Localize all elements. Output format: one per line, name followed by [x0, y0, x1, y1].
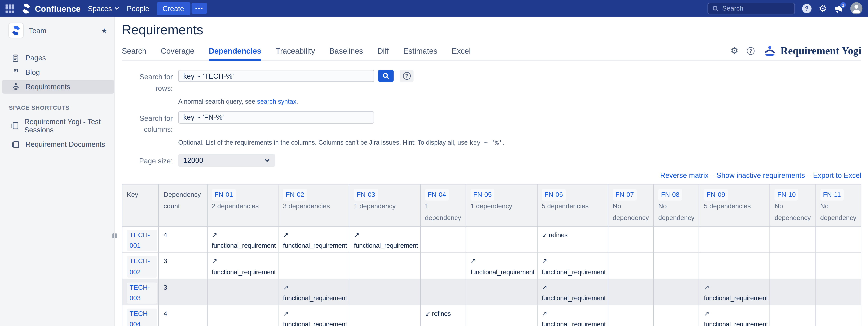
matrix-settings-gear-icon[interactable]: ⚙: [731, 47, 739, 55]
question-icon: ?: [403, 72, 411, 80]
sidebar-item-label: Blog: [26, 68, 40, 77]
tab-search[interactable]: Search: [122, 47, 146, 60]
requirement-link-fn-09[interactable]: FN-09: [704, 189, 728, 201]
sidebar-item-blog[interactable]: ”Blog: [2, 65, 114, 79]
tab-estimates[interactable]: Estimates: [403, 47, 437, 60]
row-key-cell: TECH-004: [122, 305, 159, 326]
fn-column-header-fn-09: FN-095 dependencies: [699, 184, 770, 227]
matrix-cell: ↗ functional_requirement: [537, 253, 608, 279]
global-search-box[interactable]: [707, 3, 795, 14]
global-search-input[interactable]: [722, 4, 783, 12]
matrix-cell: [654, 226, 699, 253]
matrix-cell: [608, 226, 654, 253]
requirement-link-fn-05[interactable]: FN-05: [470, 189, 494, 201]
row-key-cell: TECH-001: [122, 226, 159, 253]
settings-gear-icon[interactable]: ⚙: [819, 3, 827, 13]
fn-column-header-fn-03: FN-031 dependency: [349, 184, 420, 227]
column-dependency-count: 1 dependency: [425, 201, 461, 224]
table-row-tech-002: TECH-0023↗ functional_requirement↗ funct…: [122, 253, 861, 279]
tab-excel[interactable]: Excel: [452, 47, 471, 60]
matrix-cell: [770, 279, 815, 305]
fn-column-header-fn-07: FN-07No dependency: [608, 184, 654, 227]
matrix-cell: ↗ functional_requirement: [699, 279, 770, 305]
confluence-mark-icon: [21, 3, 32, 14]
requirement-link-fn-11[interactable]: FN-11: [820, 189, 844, 201]
confluence-logo[interactable]: Confluence: [21, 3, 81, 14]
requirement-link-fn-08[interactable]: FN-08: [658, 189, 682, 201]
people-menu[interactable]: People: [127, 4, 149, 12]
requirement-link-fn-10[interactable]: FN-10: [775, 189, 799, 201]
shortcut-icon: [11, 122, 19, 129]
tabs-bar: SearchCoverageDependenciesTraceabilityBa…: [122, 45, 861, 61]
matrix-help-icon[interactable]: ?: [747, 47, 754, 55]
requirement-link-tech-003[interactable]: TECH-003: [127, 283, 157, 304]
help-icon[interactable]: ?: [802, 3, 811, 13]
requirement-yogi-logo[interactable]: Requirement Yogi: [763, 45, 861, 57]
app-switcher-icon[interactable]: [5, 4, 14, 12]
shortcut-item-requirement-yogi-test-sessions[interactable]: Requirement Yogi - Test Sessions: [2, 115, 114, 137]
announcements-megaphone-icon[interactable]: 1: [834, 4, 843, 13]
create-button[interactable]: Create: [156, 2, 190, 14]
requirements-icon: [11, 83, 20, 91]
matrix-cell: [349, 253, 420, 279]
search-rows-input[interactable]: [178, 70, 374, 82]
sidebar-resize-handle[interactable]: [112, 233, 117, 238]
matrix-cell: [815, 253, 861, 279]
requirement-link-tech-001[interactable]: TECH-001: [127, 230, 157, 251]
column-dependency-count: 5 dependencies: [704, 201, 765, 212]
tab-diff[interactable]: Diff: [377, 47, 389, 60]
requirement-link-fn-03[interactable]: FN-03: [354, 189, 378, 201]
export-to-excel-link[interactable]: Export to Excel: [813, 171, 861, 180]
requirement-link-fn-04[interactable]: FN-04: [425, 189, 449, 201]
favourite-star-icon[interactable]: ★: [101, 26, 107, 35]
row-dependency-count-cell: 3: [159, 279, 207, 305]
requirement-link-fn-06[interactable]: FN-06: [542, 189, 566, 201]
search-help-button[interactable]: ?: [400, 70, 413, 82]
fn-column-header-fn-11: FN-11No dependency: [815, 184, 861, 227]
main-content: Requirements SearchCoverageDependenciesT…: [115, 17, 868, 326]
top-navigation-bar: Confluence Spaces People Create ••• ? ⚙ …: [0, 0, 868, 17]
space-name: Team: [29, 26, 96, 35]
requirement-link-fn-02[interactable]: FN-02: [283, 189, 307, 201]
create-more-button[interactable]: •••: [191, 3, 207, 14]
matrix-cell: ↙ refines: [537, 226, 608, 253]
tab-dependencies[interactable]: Dependencies: [209, 47, 261, 60]
requirement-link-fn-01[interactable]: FN-01: [212, 189, 236, 201]
matrix-cell: ↗ functional_requirement: [537, 305, 608, 326]
key-column-header: Key: [122, 184, 159, 227]
matrix-cell: [207, 305, 278, 326]
tab-baselines[interactable]: Baselines: [330, 47, 363, 60]
page-size-label: Page size:: [122, 154, 173, 168]
shortcut-item-requirement-documents[interactable]: Requirement Documents: [2, 138, 114, 151]
requirement-link-tech-004[interactable]: TECH-004: [127, 308, 157, 326]
matrix-cell: ↗ functional_requirement: [537, 279, 608, 305]
tab-coverage[interactable]: Coverage: [161, 47, 194, 60]
matrix-cell: [699, 226, 770, 253]
search-columns-input[interactable]: [178, 111, 374, 123]
matrix-cell: [608, 305, 654, 326]
search-rows-label: Search for rows:: [122, 70, 173, 95]
avatar[interactable]: [850, 2, 862, 14]
blog-icon: ”: [11, 69, 20, 75]
reverse-matrix-link[interactable]: Reverse matrix: [660, 171, 708, 180]
chevron-down-icon: [114, 5, 120, 11]
space-header[interactable]: Team ★: [0, 22, 114, 39]
show-inactive-requirements-link[interactable]: Show inactive requirements: [717, 171, 805, 180]
search-syntax-link[interactable]: search syntax: [257, 98, 296, 105]
matrix-cell: [420, 226, 466, 253]
pages-icon: [11, 54, 20, 62]
tab-traceability[interactable]: Traceability: [276, 47, 315, 60]
column-dependency-count: No dependency: [775, 201, 811, 224]
matrix-cell: ↗ functional_requirement: [278, 226, 349, 253]
sidebar-item-requirements[interactable]: Requirements: [2, 80, 114, 94]
confluence-app: Confluence Spaces People Create ••• ? ⚙ …: [0, 0, 868, 326]
matrix-cell: [654, 279, 699, 305]
search-icon: [382, 72, 390, 80]
page-size-select[interactable]: 12000: [178, 154, 275, 167]
spaces-menu[interactable]: Spaces: [88, 4, 120, 12]
requirement-link-fn-07[interactable]: FN-07: [613, 189, 637, 201]
requirement-link-tech-002[interactable]: TECH-002: [127, 256, 157, 277]
sidebar-item-pages[interactable]: Pages: [2, 51, 114, 65]
run-search-button[interactable]: [378, 70, 394, 82]
matrix-cell: [770, 226, 815, 253]
